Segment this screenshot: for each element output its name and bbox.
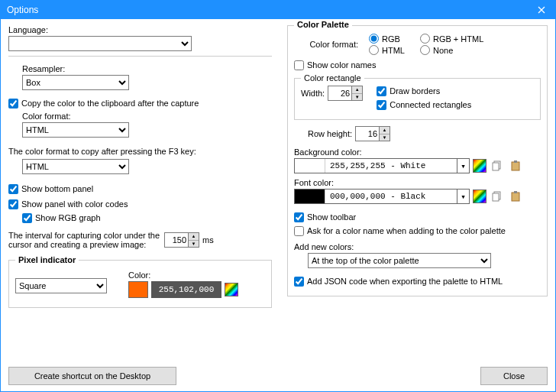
cf-label: Color format: — [294, 40, 358, 49]
show-panel-codes-label: Show panel with color codes — [21, 199, 128, 209]
pi-color-swatch — [128, 281, 148, 298]
language-label: Language: — [8, 25, 272, 34]
show-rgb-graph-label: Show RGB graph — [35, 213, 101, 222]
pixel-indicator-title: Pixel indicator — [18, 255, 76, 264]
interval-input[interactable] — [164, 232, 189, 248]
row-height-spinner[interactable]: ▲▼ — [355, 126, 390, 141]
show-panel-codes-checkbox[interactable] — [8, 199, 18, 209]
bg-swatch — [295, 159, 325, 173]
svg-rect-3 — [514, 160, 517, 163]
pi-color-label: Color: — [128, 271, 238, 280]
rect-title: Color rectangle — [301, 73, 364, 83]
show-color-names-checkbox[interactable] — [294, 60, 304, 70]
color-format-label: Color format: — [22, 112, 272, 121]
spin-up-icon[interactable]: ▲ — [380, 127, 390, 134]
row-height-label: Row height: — [308, 129, 352, 138]
svg-rect-5 — [493, 193, 499, 201]
show-toolbar-checkbox[interactable] — [294, 212, 304, 222]
interval-label: The interval for capturing color under t… — [8, 231, 161, 249]
font-color-field[interactable]: 000,000,000 - Black ▾ — [294, 189, 470, 204]
show-color-names-label: Show color names — [307, 60, 377, 70]
spin-up-icon[interactable]: ▲ — [352, 86, 362, 94]
copy-icon[interactable] — [490, 158, 505, 173]
font-value: 000,000,000 - Black — [325, 192, 457, 201]
svg-rect-1 — [493, 163, 499, 170]
language-select[interactable] — [8, 36, 192, 51]
svg-rect-7 — [514, 191, 517, 193]
interval-spinner[interactable]: ▲▼ — [164, 232, 199, 248]
bg-color-field[interactable]: 255,255,255 - White ▾ — [294, 158, 470, 173]
resampler-select[interactable]: Box — [22, 75, 129, 90]
svg-rect-2 — [512, 162, 519, 170]
dropdown-icon[interactable]: ▾ — [457, 159, 469, 173]
pixel-shape-select[interactable]: Square — [15, 278, 107, 293]
spin-down-icon[interactable]: ▼ — [352, 94, 362, 101]
font-color-label: Font color: — [294, 178, 541, 187]
close-button[interactable]: Close — [480, 367, 548, 385]
width-label: Width: — [301, 89, 325, 98]
width-spinner[interactable]: ▲▼ — [328, 86, 363, 101]
titlebar: Options — [1, 1, 555, 19]
copy-clipboard-label: Copy the color to the clipboard after th… — [21, 99, 199, 108]
ask-name-checkbox[interactable] — [294, 226, 304, 236]
spin-up-icon[interactable]: ▲ — [189, 233, 199, 241]
window-title: Options — [7, 5, 38, 15]
interval-unit: ms — [202, 235, 214, 245]
connected-rects-checkbox[interactable] — [377, 100, 386, 110]
close-icon[interactable] — [528, 1, 555, 19]
create-shortcut-button[interactable]: Create shortcut on the Desktop — [8, 367, 176, 385]
copy-icon[interactable] — [490, 189, 505, 204]
radio-none[interactable] — [420, 45, 430, 55]
palette-title: Color Palette — [294, 20, 352, 29]
color-picker-icon[interactable] — [473, 159, 486, 173]
show-rgb-graph-checkbox[interactable] — [22, 213, 32, 223]
paste-icon[interactable] — [508, 158, 523, 173]
bg-value: 255,255,255 - White — [325, 161, 457, 170]
f3-text: The color format to copy after pressing … — [8, 147, 272, 156]
copy-clipboard-checkbox[interactable] — [8, 99, 18, 109]
add-json-checkbox[interactable] — [294, 277, 304, 287]
color-picker-icon[interactable] — [225, 283, 238, 296]
bg-color-label: Background color: — [294, 147, 541, 157]
row-height-input[interactable] — [355, 126, 380, 141]
resampler-label: Resampler: — [22, 64, 272, 73]
font-swatch — [295, 190, 325, 203]
width-input[interactable] — [328, 86, 352, 101]
radio-rgb-html[interactable] — [420, 34, 430, 44]
spin-down-icon[interactable]: ▼ — [189, 241, 199, 248]
show-bottom-panel-label: Show bottom panel — [21, 184, 93, 193]
show-bottom-panel-checkbox[interactable] — [8, 184, 18, 194]
dropdown-icon[interactable]: ▾ — [457, 190, 469, 203]
paste-icon[interactable] — [508, 189, 523, 204]
f3-format-select[interactable]: HTML — [22, 159, 129, 174]
draw-borders-checkbox[interactable] — [377, 86, 386, 96]
svg-rect-6 — [512, 193, 519, 201]
add-new-select[interactable]: At the top of the color palette — [308, 253, 491, 268]
spin-down-icon[interactable]: ▼ — [380, 134, 390, 141]
radio-rgb[interactable] — [369, 34, 379, 44]
add-new-label: Add new colors: — [294, 242, 541, 251]
color-format-select[interactable]: HTML — [22, 122, 129, 138]
radio-html[interactable] — [369, 45, 379, 55]
pi-color-value: 255,102,000 — [151, 281, 221, 298]
color-picker-icon[interactable] — [473, 190, 486, 203]
